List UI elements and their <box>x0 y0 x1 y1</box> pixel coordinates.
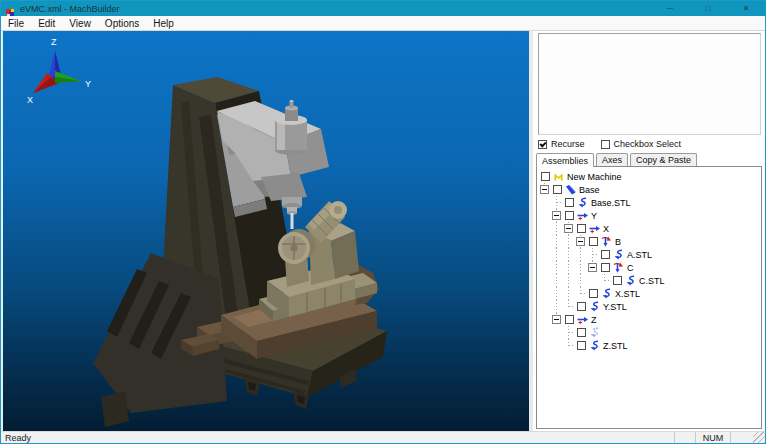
tree-checkbox[interactable] <box>589 237 598 246</box>
tree-checkbox[interactable] <box>577 341 586 350</box>
tree-elbow <box>575 235 587 248</box>
right-panel: Recurse Checkbox Select Assemblies Axes … <box>533 31 765 432</box>
menu-file[interactable]: File <box>1 18 31 29</box>
tree-checkbox[interactable] <box>601 250 610 259</box>
menu-help[interactable]: Help <box>146 18 181 29</box>
status-pane-1 <box>674 432 695 443</box>
checkbox-select-box[interactable] <box>601 140 610 149</box>
machine-icon <box>553 171 565 182</box>
tree-checkbox[interactable] <box>577 302 586 311</box>
tree-elbow <box>551 196 563 209</box>
menu-view[interactable]: View <box>62 18 98 29</box>
window-controls: ─ □ ✕ <box>651 1 765 16</box>
properties-box[interactable] <box>538 33 761 135</box>
tree-checkbox[interactable] <box>565 315 574 324</box>
tab-assemblies[interactable]: Assemblies <box>536 153 594 167</box>
tree-item-x[interactable]: X <box>539 222 761 235</box>
tree-item-label[interactable]: Y.STL <box>601 302 627 312</box>
tab-copy-paste[interactable]: Copy & Paste <box>630 153 697 166</box>
titlebar[interactable]: eVMC.xml - MachBuilder ─ □ ✕ <box>1 1 765 16</box>
tree-item-unnamed[interactable] <box>539 326 761 339</box>
resize-grip[interactable] <box>753 432 765 443</box>
viewport-3d[interactable]: Z X Y <box>3 31 529 432</box>
tree-item-a-stl[interactable]: A.STL <box>539 248 761 261</box>
tree-item-label[interactable]: Base.STL <box>589 198 631 208</box>
status-pane-num: NUM <box>695 432 730 443</box>
tree-guide <box>539 261 551 274</box>
tree-item-z-stl[interactable]: Z.STL <box>539 339 761 352</box>
tree-item-z[interactable]: Z <box>539 313 761 326</box>
tree-guide <box>551 339 563 352</box>
tree-item-label[interactable]: A.STL <box>625 250 652 260</box>
tree-item-label[interactable]: Z <box>589 315 597 325</box>
checkbox-select-label: Checkbox Select <box>614 139 682 149</box>
recurse-checkbox-box[interactable] <box>538 140 547 149</box>
tree-elbow <box>587 261 599 274</box>
tree-item-label[interactable]: C <box>625 263 634 273</box>
tree-checkbox[interactable] <box>553 185 562 194</box>
tree-item-y-stl[interactable]: Y.STL <box>539 300 761 313</box>
tree-expander[interactable] <box>588 263 597 272</box>
tree-elbow <box>599 274 611 287</box>
tree-elbow <box>551 209 563 222</box>
tree-item-label[interactable]: Y <box>589 211 597 221</box>
tree-item-label[interactable]: C.STL <box>637 276 665 286</box>
tree-guide <box>575 261 587 274</box>
tree-checkbox[interactable] <box>577 328 586 337</box>
linear-icon <box>589 223 601 234</box>
tree-item-label[interactable]: B <box>613 237 621 247</box>
assembly-tree[interactable]: New MachineBaseBase.STLYXBA.STLCC.STLX.S… <box>536 166 762 429</box>
tree-item-x-stl[interactable]: X.STL <box>539 287 761 300</box>
tree-guide <box>551 274 563 287</box>
tree-item-c-stl[interactable]: C.STL <box>539 274 761 287</box>
recurse-checkbox[interactable]: Recurse <box>538 139 585 149</box>
tree-guide <box>563 248 575 261</box>
tree-checkbox[interactable] <box>577 224 586 233</box>
tree-checkbox[interactable] <box>613 276 622 285</box>
menu-edit[interactable]: Edit <box>31 18 62 29</box>
minimize-button[interactable]: ─ <box>651 1 689 16</box>
tree-checkbox[interactable] <box>565 198 574 207</box>
status-text: Ready <box>1 433 31 443</box>
tree-expander[interactable] <box>552 315 561 324</box>
assembly-icon <box>565 184 577 195</box>
menu-options[interactable]: Options <box>98 18 146 29</box>
tree-item-label[interactable]: X.STL <box>613 289 640 299</box>
tree-checkbox[interactable] <box>565 211 574 220</box>
tree-guide <box>563 274 575 287</box>
close-button[interactable]: ✕ <box>727 1 765 16</box>
tree-elbow <box>551 313 563 326</box>
stl-icon <box>613 249 625 260</box>
tree-item-label[interactable]: Base <box>577 185 600 195</box>
tree-expander[interactable] <box>564 224 573 233</box>
axis-label-z: Z <box>51 37 57 47</box>
tree-item-y[interactable]: Y <box>539 209 761 222</box>
checkbox-select-checkbox[interactable]: Checkbox Select <box>601 139 682 149</box>
tree-expander[interactable] <box>576 237 585 246</box>
stl-icon <box>589 340 601 351</box>
tree-item-base[interactable]: Base <box>539 183 761 196</box>
tree-item-label[interactable]: Z.STL <box>601 341 628 351</box>
tree-checkbox[interactable] <box>589 289 598 298</box>
tree-expander[interactable] <box>540 185 549 194</box>
tree-guide <box>587 274 599 287</box>
tree-checkbox[interactable] <box>601 263 610 272</box>
tree-item-base-stl[interactable]: Base.STL <box>539 196 761 209</box>
status-panes: NUM <box>674 432 765 443</box>
tree-item-b[interactable]: B <box>539 235 761 248</box>
tree-item-label[interactable]: X <box>601 224 609 234</box>
stl-icon <box>601 288 613 299</box>
tree-guide <box>539 196 551 209</box>
tab-axes[interactable]: Axes <box>596 153 628 166</box>
tree-guide <box>539 287 551 300</box>
maximize-button[interactable]: □ <box>689 1 727 16</box>
tree-elbow <box>563 339 575 352</box>
tree-guide <box>563 235 575 248</box>
tree-item-new-machine[interactable]: New Machine <box>539 170 761 183</box>
tree-guide <box>539 326 551 339</box>
tree-guide <box>575 248 587 261</box>
tree-expander[interactable] <box>552 211 561 220</box>
tree-item-c[interactable]: C <box>539 261 761 274</box>
tree-item-label[interactable]: New Machine <box>565 172 622 182</box>
tree-checkbox[interactable] <box>541 172 550 181</box>
